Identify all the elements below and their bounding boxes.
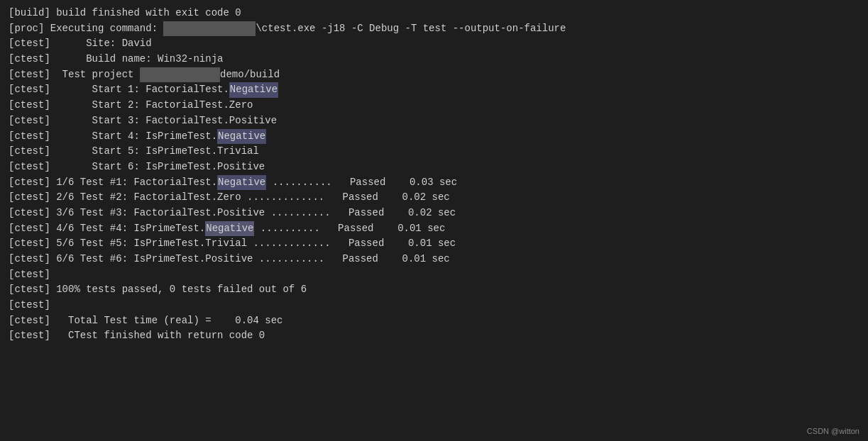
line-ctest-blank1: [ctest] [9,267,859,283]
line-test4: [ctest] 4/6 Test #4: IsPrimeTest.Negativ… [9,221,859,237]
line-ctest-build: [ctest] Build name: Win32-ninja [9,52,859,67]
line-test5: [ctest] 5/6 Test #5: IsPrimeTest.Trivial… [9,236,859,252]
line-test1: [ctest] 1/6 Test #1: FactorialTest.Negat… [9,175,859,191]
line-build-exit: [build] build finished with exit code 0 [9,6,859,21]
line-test6: [ctest] 6/6 Test #6: IsPrimeTest.Positiv… [9,252,859,267]
line-start3: [ctest] Start 3: FactorialTest.Positive [9,113,859,129]
watermark: CSDN @witton [807,427,859,435]
line-start2: [ctest] Start 2: FactorialTest.Zero [9,98,859,113]
line-test3: [ctest] 3/6 Test #3: FactorialTest.Posit… [9,206,859,221]
line-total-time: [ctest] Total Test time (real) = 0.04 se… [9,313,859,329]
line-start5: [ctest] Start 5: IsPrimeTest.Trivial [9,144,859,160]
line-start1: [ctest] Start 1: FactorialTest.Negative [9,82,859,98]
line-start4: [ctest] Start 4: IsPrimeTest.Negative [9,129,859,145]
line-summary: [ctest] 100% tests passed, 0 tests faile… [9,282,859,298]
line-ctest-proj: [ctest] Test project demo/build [9,67,859,83]
line-finished: [ctest] CTest finished with return code … [9,328,859,344]
line-start6: [ctest] Start 6: IsPrimeTest.Positive [9,160,859,175]
line-ctest-blank2: [ctest] [9,298,859,313]
line-ctest-site: [ctest] Site: David [9,36,859,52]
line-test2: [ctest] 2/6 Test #2: FactorialTest.Zero … [9,190,859,206]
terminal-window: [build] build finished with exit code 0 … [0,0,868,441]
line-proc-exec: [proc] Executing command: \ctest.exe -j1… [9,21,859,37]
